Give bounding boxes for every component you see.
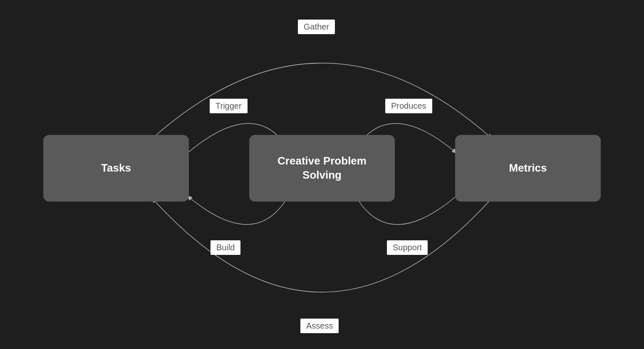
support-label: Support bbox=[387, 240, 428, 255]
tasks-label: Tasks bbox=[101, 161, 131, 175]
metrics-label: Metrics bbox=[509, 161, 547, 175]
outer-bottom-arc bbox=[151, 197, 493, 292]
tasks-node[interactable]: Tasks bbox=[43, 135, 189, 202]
cps-node[interactable]: Creative ProblemSolving bbox=[249, 135, 395, 202]
trigger-label: Trigger bbox=[210, 99, 248, 113]
outer-top-arc bbox=[151, 63, 493, 140]
diagram-container: Tasks Creative ProblemSolving Metrics Ga… bbox=[31, 12, 613, 337]
build-label: Build bbox=[211, 240, 240, 255]
cps-label: Creative ProblemSolving bbox=[277, 154, 367, 182]
produces-label: Produces bbox=[385, 99, 432, 113]
assess-label: Assess bbox=[300, 319, 339, 333]
gather-label: Gather bbox=[298, 20, 335, 34]
metrics-node[interactable]: Metrics bbox=[455, 135, 601, 202]
